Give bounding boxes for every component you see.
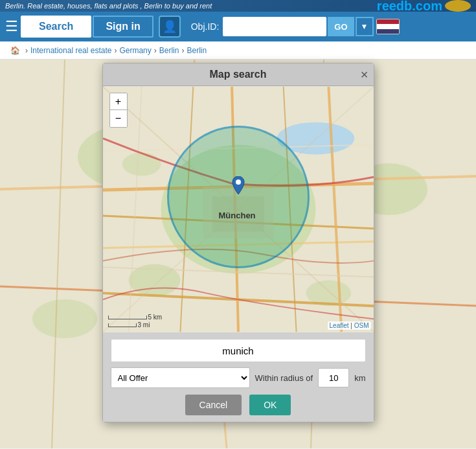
svg-point-30 [236, 179, 241, 185]
radius-circle [167, 126, 310, 268]
search-button[interactable]: Search [21, 16, 91, 38]
breadcrumb-sep1: › [25, 46, 28, 55]
svg-point-3 [32, 299, 97, 338]
offer-type-select[interactable]: All Offer Buy Rent [111, 367, 250, 388]
breadcrumb-sep2: › [114, 46, 117, 55]
map-pin [231, 176, 246, 197]
ok-button[interactable]: OK [249, 395, 291, 415]
main-area: Map search × [0, 60, 476, 448]
language-flag[interactable] [376, 19, 400, 34]
map-zoom-controls: + − [109, 93, 128, 128]
modal-map[interactable]: München + − 5 km 3 mi [103, 86, 374, 332]
breadcrumb-sep4: › [181, 46, 184, 55]
dropdown-button[interactable]: ▼ [356, 17, 374, 36]
modal-close-button[interactable]: × [361, 68, 368, 81]
city-label: München [219, 211, 256, 220]
zoom-in-button[interactable]: + [110, 93, 127, 110]
breadcrumb-item-berlin1[interactable]: Berlin [159, 46, 179, 55]
breadcrumb-item-germany[interactable]: Germany [119, 46, 151, 55]
banner-text: Berlin. Real estate, houses, flats and p… [5, 2, 212, 10]
go-button[interactable]: GO [328, 17, 354, 36]
hamburger-icon[interactable]: ☰ [5, 19, 18, 34]
breadcrumb-sep3: › [154, 46, 157, 55]
top-banner: Berlin. Real estate, houses, flats and p… [0, 0, 476, 12]
cancel-button[interactable]: Cancel [185, 395, 242, 415]
user-avatar-icon: 👤 [163, 19, 177, 34]
logo-text: reedb.com [377, 0, 442, 14]
radius-input[interactable] [318, 368, 349, 387]
modal-form: All Offer Buy Rent Within radius of km C… [103, 332, 374, 422]
form-buttons: Cancel OK [111, 395, 366, 415]
obj-id-input[interactable] [223, 17, 326, 36]
breadcrumb-item-berlin2[interactable]: Berlin [187, 46, 207, 55]
dropdown-icon: ▼ [361, 22, 368, 31]
modal-title: Map search [209, 69, 266, 80]
navbar: ☰ Search Sign in 👤 Obj.ID: GO ▼ [0, 12, 476, 41]
scale-mi-label: 3 mi [138, 321, 150, 328]
modal-header: Map search × [103, 63, 374, 86]
breadcrumb-item-international[interactable]: International real estate [30, 46, 111, 55]
leaflet-link[interactable]: Leaflet [330, 322, 349, 329]
scale-km-label: 5 km [148, 314, 163, 321]
zoom-out-button[interactable]: − [110, 110, 127, 127]
location-input[interactable] [111, 339, 366, 362]
leaflet-badge: Leaflet | OSM [328, 321, 371, 330]
obj-id-label: Obj.ID: [191, 21, 220, 32]
osm-link[interactable]: OSM [354, 322, 369, 329]
map-tile[interactable]: München + − 5 km 3 mi [103, 86, 374, 332]
user-icon[interactable]: 👤 [159, 16, 181, 38]
radius-label: Within radius of [255, 373, 313, 383]
radius-unit: km [354, 373, 365, 383]
breadcrumb-home[interactable]: 🏠 [10, 46, 20, 55]
logo-globe [445, 0, 471, 12]
form-options-row: All Offer Buy Rent Within radius of km [111, 367, 366, 388]
map-search-modal: Map search × [102, 63, 374, 422]
svg-point-14 [122, 152, 161, 176]
scale-bar: 5 km 3 mi [108, 314, 163, 328]
logo-area: reedb.com [377, 0, 471, 14]
signin-button[interactable]: Sign in [93, 16, 153, 38]
breadcrumb: 🏠 › International real estate › Germany … [0, 41, 476, 60]
